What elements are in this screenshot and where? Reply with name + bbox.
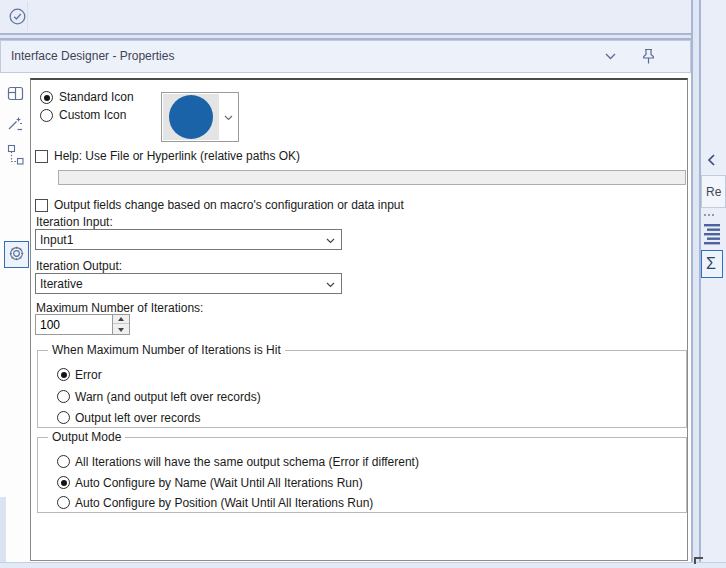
icon-dropdown[interactable] <box>161 92 239 142</box>
max-hit-groupbox: When Maximum Number of Iterations is Hit… <box>37 350 687 428</box>
left-edge-strip <box>0 497 6 562</box>
max-iterations-input[interactable] <box>36 315 112 334</box>
max-iterations-spinner <box>35 314 130 335</box>
icon-preview-pane <box>163 94 219 140</box>
radio-auto-configure-position[interactable] <box>57 496 70 509</box>
gear-icon[interactable] <box>8 245 25 263</box>
horizontal-splitter[interactable] <box>0 33 693 40</box>
chevron-down-icon <box>326 238 335 244</box>
radio-custom-icon[interactable] <box>40 109 53 122</box>
radio-output-leftover[interactable] <box>57 411 70 424</box>
help-path-input[interactable] <box>58 170 686 185</box>
iteration-output-value: Iterative <box>40 277 83 292</box>
iteration-output-label: Iteration Output: <box>36 259 122 273</box>
left-sidebar <box>0 73 30 562</box>
radio-warn-label: Warn (and output left over records) <box>75 390 261 404</box>
max-iterations-label: Maximum Number of Iterations: <box>36 301 203 315</box>
top-toolbar <box>0 0 726 33</box>
radio-error-label: Error <box>75 368 102 382</box>
chevron-down-icon <box>326 282 335 288</box>
chevron-down-icon[interactable] <box>605 53 616 60</box>
results-tab-label: Re <box>706 185 721 199</box>
summation-tool-button[interactable]: Σ <box>701 250 723 278</box>
radio-standard-icon[interactable] <box>40 91 53 104</box>
iteration-input-combo[interactable]: Input1 <box>35 229 342 250</box>
radio-auto-configure-name[interactable] <box>57 476 70 489</box>
drag-handle-dots <box>704 214 718 217</box>
help-checkbox-label: Help: Use File or Hyperlink (relative pa… <box>54 149 300 163</box>
wizard-wand-icon[interactable] <box>7 115 24 132</box>
iteration-input-value: Input1 <box>40 233 73 248</box>
pin-icon[interactable] <box>641 48 656 65</box>
radio-auto-configure-name-label: Auto Configure by Name (Wait Until All I… <box>75 476 363 490</box>
iteration-output-combo[interactable]: Iterative <box>35 273 342 294</box>
sigma-icon: Σ <box>706 255 716 273</box>
circle-check-icon[interactable] <box>9 8 26 25</box>
output-mode-groupbox: Output Mode All Iterations will have the… <box>37 437 687 513</box>
layout-view-icon[interactable] <box>7 85 24 102</box>
list-icon[interactable] <box>703 222 722 245</box>
iteration-input-label: Iteration Input: <box>36 215 113 229</box>
panel-header: Interface Designer - Properties <box>0 40 691 73</box>
radio-auto-configure-position-label: Auto Configure by Position (Wait Until A… <box>75 496 373 510</box>
max-hit-group-title: When Maximum Number of Iterations is Hit <box>48 343 285 357</box>
bottom-strip <box>0 562 726 568</box>
collapse-left-icon[interactable] <box>707 154 716 166</box>
help-checkbox[interactable] <box>35 150 48 163</box>
results-tab[interactable]: Re <box>701 175 726 208</box>
chevron-down-icon[interactable] <box>224 115 233 121</box>
output-fields-label: Output fields change based on macro's co… <box>54 198 404 212</box>
standard-icon-label: Standard Icon <box>59 90 134 104</box>
radio-warn[interactable] <box>57 390 70 403</box>
panel-title: Interface Designer - Properties <box>11 49 174 63</box>
radio-same-schema-label: All Iterations will have the same output… <box>75 455 419 469</box>
right-dock-background <box>701 0 726 568</box>
custom-icon-label: Custom Icon <box>59 108 126 122</box>
tree-view-icon[interactable] <box>7 144 24 168</box>
properties-panel: Standard Icon Custom Icon Help: Use File… <box>30 78 688 561</box>
spinner-up-button[interactable] <box>113 315 129 324</box>
spinner-down-button[interactable] <box>113 325 129 334</box>
radio-output-leftover-label: Output left over records <box>75 411 200 425</box>
vertical-splitter[interactable] <box>691 0 701 568</box>
app-window: Interface Designer - Properties <box>0 0 726 568</box>
radio-same-schema[interactable] <box>57 455 70 468</box>
toolbar-divider <box>27 2 28 31</box>
spinner-buttons <box>112 315 129 334</box>
output-fields-checkbox[interactable] <box>35 199 48 212</box>
standard-icon-circle <box>169 95 213 139</box>
corner-resize-mark <box>694 557 703 564</box>
output-mode-group-title: Output Mode <box>48 430 125 444</box>
radio-error[interactable] <box>57 368 70 381</box>
